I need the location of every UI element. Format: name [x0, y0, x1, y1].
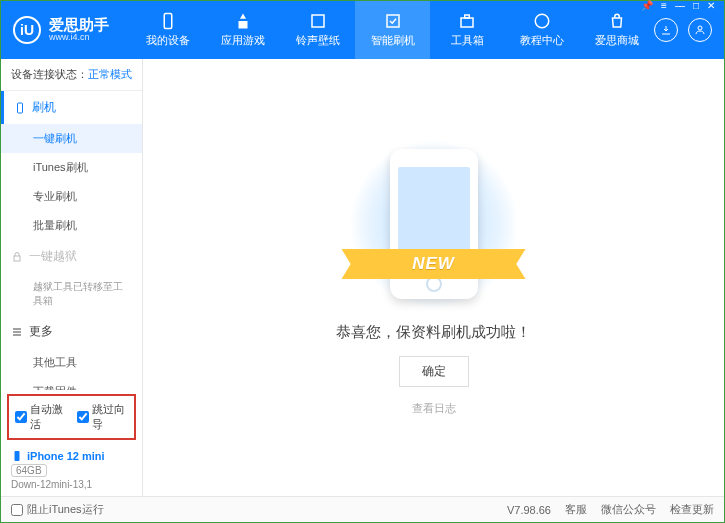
device-capacity: 64GB: [11, 464, 47, 477]
user-icon: [694, 24, 706, 36]
download-icon: [660, 24, 672, 36]
phone-icon: [159, 12, 177, 30]
nav-apps[interactable]: 应用游戏: [206, 1, 281, 59]
checkbox-skip-guide[interactable]: 跳过向导: [77, 402, 129, 432]
skip-guide-input[interactable]: [77, 411, 89, 423]
download-button[interactable]: [654, 18, 678, 42]
svg-rect-7: [14, 256, 20, 261]
close-icon[interactable]: ✕: [707, 0, 715, 11]
wechat-link[interactable]: 微信公众号: [601, 502, 656, 517]
svg-rect-1: [312, 15, 324, 27]
logo-text: 爱思助手 www.i4.cn: [49, 17, 109, 43]
app-url: www.i4.cn: [49, 33, 109, 43]
svg-rect-6: [18, 103, 23, 113]
flash-icon: [384, 12, 402, 30]
toolbox-icon: [458, 12, 476, 30]
device-id: Down-12mini-13,1: [11, 479, 132, 490]
svg-point-5: [698, 26, 702, 30]
nav-my-device[interactable]: 我的设备: [131, 1, 206, 59]
sidebar-item-batch[interactable]: 批量刷机: [1, 211, 142, 240]
phone-icon: [11, 450, 23, 462]
minimize-icon[interactable]: —: [675, 0, 685, 11]
list-icon: [11, 326, 23, 338]
svg-point-4: [535, 14, 549, 28]
sidebar-scroll: 刷机 一键刷机 iTunes刷机 专业刷机 批量刷机 一键越狱 越狱工具已转移至…: [1, 91, 142, 390]
svg-rect-0: [165, 14, 173, 29]
status-value: 正常模式: [88, 68, 132, 80]
sidebar-item-firmware[interactable]: 下载固件: [1, 377, 142, 390]
device-status: 设备连接状态：正常模式: [1, 59, 142, 91]
support-link[interactable]: 客服: [565, 502, 587, 517]
store-icon: [608, 12, 626, 30]
footer: 阻止iTunes运行 V7.98.66 客服 微信公众号 检查更新: [1, 496, 724, 522]
section-flash[interactable]: 刷机: [1, 91, 142, 124]
svg-rect-2: [461, 18, 473, 27]
device-name: iPhone 12 mini: [11, 450, 132, 462]
app-title: 爱思助手: [49, 17, 109, 34]
svg-rect-8: [15, 451, 20, 461]
app-window: 📌 ≡ — □ ✕ iU 爱思助手 www.i4.cn 我的设备 应用游戏 铃: [0, 0, 725, 523]
options-highlight: 自动激活 跳过向导: [7, 394, 136, 440]
nav-store[interactable]: 爱思商城: [579, 1, 654, 59]
nav-label: 我的设备: [146, 33, 190, 48]
user-button[interactable]: [688, 18, 712, 42]
nav-label: 智能刷机: [371, 33, 415, 48]
header: iU 爱思助手 www.i4.cn 我的设备 应用游戏 铃声壁纸 智能刷机: [1, 1, 724, 59]
new-ribbon: NEW: [342, 249, 526, 279]
section-label: 更多: [29, 323, 53, 340]
nav-label: 教程中心: [520, 33, 564, 48]
sidebar-item-pro[interactable]: 专业刷机: [1, 182, 142, 211]
nav-label: 工具箱: [451, 33, 484, 48]
update-link[interactable]: 检查更新: [670, 502, 714, 517]
sidebar-item-oneclick[interactable]: 一键刷机: [1, 124, 142, 153]
block-itunes-input[interactable]: [11, 504, 23, 516]
success-illustration: NEW: [364, 139, 504, 309]
maximize-icon[interactable]: □: [693, 0, 699, 11]
main-content: NEW 恭喜您，保资料刷机成功啦！ 确定 查看日志: [143, 59, 724, 496]
apps-icon: [234, 12, 252, 30]
main-nav: 我的设备 应用游戏 铃声壁纸 智能刷机 工具箱 教程中心: [131, 1, 654, 59]
success-message: 恭喜您，保资料刷机成功啦！: [336, 323, 531, 342]
nav-label: 铃声壁纸: [296, 33, 340, 48]
block-itunes-checkbox[interactable]: 阻止iTunes运行: [11, 502, 104, 517]
checkbox-label: 跳过向导: [92, 402, 129, 432]
logo[interactable]: iU 爱思助手 www.i4.cn: [13, 16, 131, 44]
sidebar-item-itunes[interactable]: iTunes刷机: [1, 153, 142, 182]
phone-icon: [14, 102, 26, 114]
logo-icon: iU: [13, 16, 41, 44]
footer-right: V7.98.66 客服 微信公众号 检查更新: [507, 502, 714, 517]
footer-left: 阻止iTunes运行: [11, 502, 104, 517]
jailbreak-note: 越狱工具已转移至工具箱: [1, 273, 142, 315]
status-label: 设备连接状态：: [11, 68, 88, 80]
section-label: 刷机: [32, 99, 56, 116]
nav-label: 应用游戏: [221, 33, 265, 48]
nav-tutorials[interactable]: 教程中心: [505, 1, 580, 59]
svg-rect-3: [465, 15, 470, 18]
view-log-link[interactable]: 查看日志: [412, 401, 456, 416]
section-jailbreak: 一键越狱: [1, 240, 142, 273]
sidebar: 设备连接状态：正常模式 刷机 一键刷机 iTunes刷机 专业刷机 批量刷机 一…: [1, 59, 143, 496]
menu-icon[interactable]: ≡: [661, 0, 667, 11]
device-block[interactable]: iPhone 12 mini 64GB Down-12mini-13,1: [1, 444, 142, 496]
ok-button[interactable]: 确定: [399, 356, 469, 387]
auto-activate-input[interactable]: [15, 411, 27, 423]
nav-flash[interactable]: 智能刷机: [355, 1, 430, 59]
checkbox-auto-activate[interactable]: 自动激活: [15, 402, 67, 432]
lock-icon: [11, 251, 23, 263]
sidebar-item-other[interactable]: 其他工具: [1, 348, 142, 377]
section-more[interactable]: 更多: [1, 315, 142, 348]
block-itunes-label: 阻止iTunes运行: [27, 502, 104, 517]
nav-toolbox[interactable]: 工具箱: [430, 1, 505, 59]
nav-ringtones[interactable]: 铃声壁纸: [280, 1, 355, 59]
device-name-text: iPhone 12 mini: [27, 450, 105, 462]
header-actions: [654, 18, 712, 42]
wallpaper-icon: [309, 12, 327, 30]
version-label: V7.98.66: [507, 504, 551, 516]
section-label: 一键越狱: [29, 248, 77, 265]
nav-label: 爱思商城: [595, 33, 639, 48]
body: 设备连接状态：正常模式 刷机 一键刷机 iTunes刷机 专业刷机 批量刷机 一…: [1, 59, 724, 496]
checkbox-label: 自动激活: [30, 402, 67, 432]
book-icon: [533, 12, 551, 30]
